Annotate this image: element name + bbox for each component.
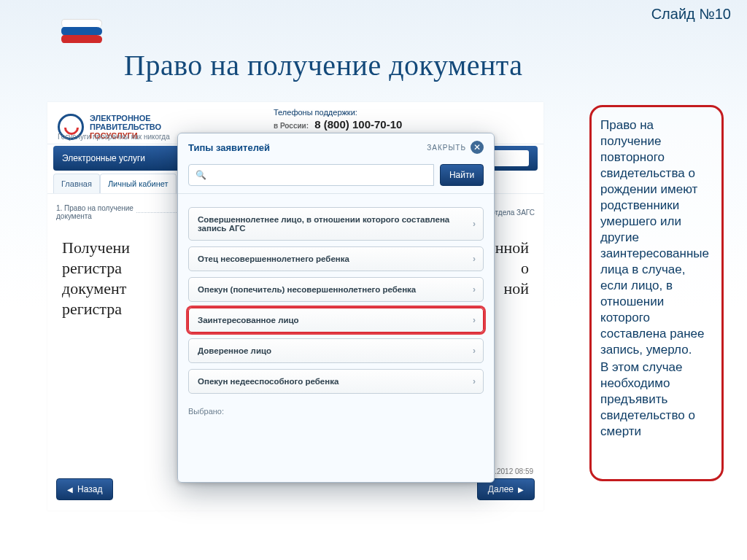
explanation-callout: Право на получение повторного свидетельс… bbox=[589, 105, 724, 481]
chevron-right-icon: › bbox=[473, 315, 476, 325]
chevron-right-icon: › bbox=[473, 219, 476, 229]
close-icon: ✕ bbox=[471, 141, 484, 154]
portal-tagline: Госуслуги прозрачны как никогда bbox=[58, 133, 170, 141]
find-button[interactable]: Найти bbox=[440, 164, 484, 186]
chevron-right-icon: › bbox=[473, 376, 476, 386]
nav-eservices[interactable]: Электронные услуги bbox=[62, 153, 145, 163]
applicant-option[interactable]: Доверенное лицо› bbox=[188, 338, 484, 363]
chevron-right-icon: › bbox=[473, 284, 476, 295]
chevron-left-icon: ◀ bbox=[67, 486, 73, 494]
support-label[interactable]: Телефоны поддержки: bbox=[274, 108, 357, 117]
applicant-option[interactable]: Заинтересованное лицо› bbox=[188, 308, 484, 332]
modal-title: Типы заявителей bbox=[188, 142, 270, 153]
callout-p2: В этом случае необходимо предъявить свид… bbox=[600, 359, 713, 440]
chevron-right-icon: ▶ bbox=[518, 486, 524, 494]
slide-title: Право на получение документа bbox=[124, 48, 523, 82]
applicant-type-modal: Типы заявителей ЗАКРЫТЬ ✕ 🔍 Найти Соверш… bbox=[177, 133, 495, 483]
tab-account[interactable]: Личный кабинет bbox=[100, 174, 177, 193]
search-icon: 🔍 bbox=[196, 170, 206, 180]
modal-close[interactable]: ЗАКРЫТЬ ✕ bbox=[427, 141, 484, 154]
step-1: 1. Право на получение документа bbox=[56, 204, 136, 220]
tab-home[interactable]: Главная bbox=[53, 174, 100, 193]
applicant-option[interactable]: Совершеннолетнее лицо, в отношении котор… bbox=[188, 207, 484, 241]
selected-line: Выбрано bbox=[178, 400, 494, 416]
chevron-right-icon: › bbox=[473, 254, 476, 264]
support-phone: 8 (800) 100-70-10 bbox=[314, 118, 402, 131]
russia-flag-icon bbox=[61, 19, 102, 45]
callout-p1: Право на получение повторного свидетельс… bbox=[600, 117, 713, 358]
modal-search-input[interactable] bbox=[188, 164, 434, 186]
back-button[interactable]: ◀ Назад bbox=[56, 478, 113, 500]
chevron-right-icon: › bbox=[473, 346, 476, 356]
applicant-option[interactable]: Отец несовершеннолетнего ребенка› bbox=[188, 246, 484, 271]
applicant-options: Совершеннолетнее лицо, в отношении котор… bbox=[178, 194, 494, 400]
support-prefix: в России: bbox=[274, 122, 309, 130]
support-block: Телефоны поддержки: в России: 8 (800) 10… bbox=[274, 108, 402, 131]
applicant-option[interactable]: Опекун недееспособного ребенка› bbox=[188, 369, 484, 394]
slide-number: Слайд №10 bbox=[651, 6, 731, 23]
applicant-option[interactable]: Опекун (попечитель) несовершеннолетнего … bbox=[188, 277, 484, 302]
